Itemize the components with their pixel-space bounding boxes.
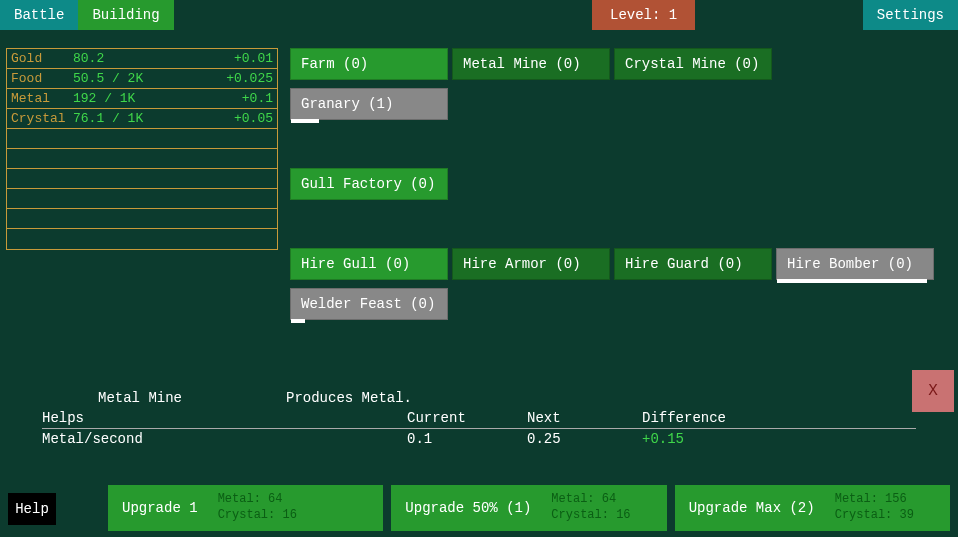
progress-bar [291,319,305,323]
stats-head-diff: Difference [642,410,762,426]
resource-row-empty [7,129,277,149]
upgrade-label: Upgrade 50% (1) [405,500,531,516]
upgrade-costs: Metal: 64 Crystal: 16 [551,492,630,523]
resource-row-gold: Gold 80.2 +0.01 [7,49,277,69]
building-hire-guard[interactable]: Hire Guard (0) [614,248,772,280]
upgrade-label: Upgrade 1 [122,500,198,516]
resource-name: Crystal [11,111,73,126]
detail-title: Metal Mine [42,390,286,406]
buildings-area: Farm (0) Metal Mine (0) Crystal Mine (0)… [290,48,934,328]
cost-crystal: Crystal: 16 [551,508,630,524]
resource-value: 50.5 / 2K [73,71,223,86]
building-crystal-mine[interactable]: Crystal Mine (0) [614,48,772,80]
upgrade-1-button[interactable]: Upgrade 1 Metal: 64 Crystal: 16 [108,485,383,531]
upgrade-max-button[interactable]: Upgrade Max (2) Metal: 156 Crystal: 39 [675,485,950,531]
building-label: Welder Feast (0) [301,296,435,312]
cost-metal: Metal: 64 [218,492,297,508]
resource-row-empty [7,169,277,189]
building-metal-mine[interactable]: Metal Mine (0) [452,48,610,80]
building-welder-feast[interactable]: Welder Feast (0) [290,288,448,320]
building-farm[interactable]: Farm (0) [290,48,448,80]
settings-button[interactable]: Settings [863,0,958,30]
stats-row-current: 0.1 [407,431,527,447]
bottom-bar: Help Upgrade 1 Metal: 64 Crystal: 16 Upg… [0,485,958,531]
building-hire-armor[interactable]: Hire Armor (0) [452,248,610,280]
resource-name: Gold [11,51,73,66]
resource-row-food: Food 50.5 / 2K +0.025 [7,69,277,89]
resource-rate: +0.025 [223,71,273,86]
cost-crystal: Crystal: 39 [835,508,914,524]
close-button[interactable]: X [912,370,954,412]
stats-head-current: Current [407,410,527,426]
resource-name: Food [11,71,73,86]
resource-rate: +0.1 [223,91,273,106]
detail-panel: Metal Mine Produces Metal. Helps Current… [42,390,916,447]
resource-panel: Gold 80.2 +0.01 Food 50.5 / 2K +0.025 Me… [6,48,278,250]
cost-metal: Metal: 64 [551,492,630,508]
resource-row-empty [7,229,277,249]
resource-row-empty [7,209,277,229]
resource-row-empty [7,149,277,169]
upgrade-costs: Metal: 156 Crystal: 39 [835,492,914,523]
building-granary[interactable]: Granary (1) [290,88,448,120]
stats-head-next: Next [527,410,642,426]
resource-value: 192 / 1K [73,91,223,106]
building-label: Granary (1) [301,96,393,112]
resource-row-crystal: Crystal 76.1 / 1K +0.05 [7,109,277,129]
tab-building[interactable]: Building [78,0,173,30]
help-button[interactable]: Help [8,493,56,525]
building-gull-factory[interactable]: Gull Factory (0) [290,168,448,200]
stats-row-diff: +0.15 [642,431,762,447]
building-hire-bomber[interactable]: Hire Bomber (0) [776,248,934,280]
stats-row-next: 0.25 [527,431,642,447]
stats-head-helps: Helps [42,410,407,426]
stats-table: Helps Current Next Difference Metal/seco… [42,410,916,447]
building-hire-gull[interactable]: Hire Gull (0) [290,248,448,280]
resource-rate: +0.05 [223,111,273,126]
upgrade-50-button[interactable]: Upgrade 50% (1) Metal: 64 Crystal: 16 [391,485,666,531]
upgrade-costs: Metal: 64 Crystal: 16 [218,492,297,523]
header-tabs: Battle Building [0,0,958,30]
upgrade-label: Upgrade Max (2) [689,500,815,516]
stats-row-label: Metal/second [42,431,407,447]
detail-description: Produces Metal. [286,390,916,406]
resource-name: Metal [11,91,73,106]
resource-row-metal: Metal 192 / 1K +0.1 [7,89,277,109]
cost-crystal: Crystal: 16 [218,508,297,524]
resource-value: 80.2 [73,51,223,66]
progress-bar [291,119,319,123]
resource-rate: +0.01 [223,51,273,66]
progress-bar [777,279,927,283]
level-badge: Level: 1 [592,0,695,30]
resource-row-empty [7,189,277,209]
building-label: Hire Bomber (0) [787,256,913,272]
tab-battle[interactable]: Battle [0,0,78,30]
resource-value: 76.1 / 1K [73,111,223,126]
cost-metal: Metal: 156 [835,492,914,508]
